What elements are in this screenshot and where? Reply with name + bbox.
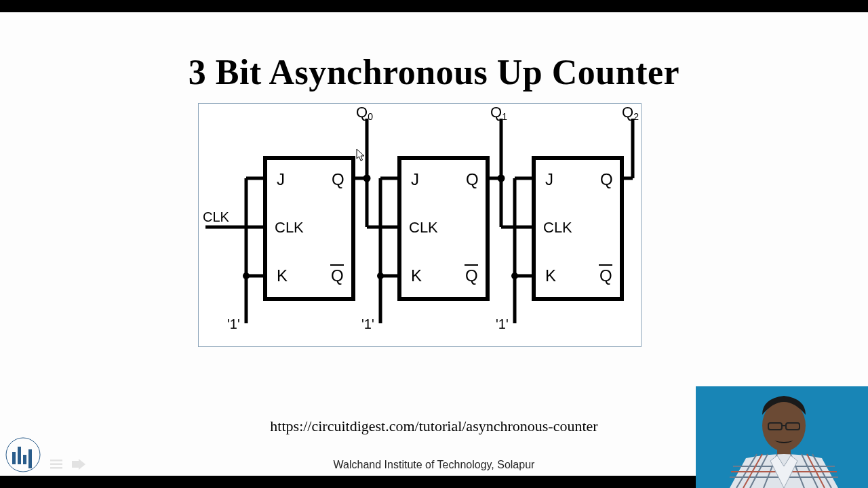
one-label-0: '1': [227, 317, 240, 331]
svg-rect-32: [23, 455, 26, 464]
slide-nav: [50, 459, 85, 470]
svg-rect-36: [50, 467, 62, 469]
svg-rect-35: [50, 464, 62, 466]
ff0-clk-label: CLK: [275, 219, 304, 236]
output-q1: Q1: [490, 104, 507, 122]
slide-title: 3 Bit Asynchronous Up Counter: [0, 52, 868, 92]
ff0-j-label: J: [277, 170, 285, 188]
ff2-k-label: K: [545, 266, 556, 285]
ff0-k-label: K: [277, 266, 288, 285]
output-q2: Q2: [622, 104, 639, 122]
ff1-qbar-label: Q: [465, 266, 478, 285]
ff1-clk-label: CLK: [409, 219, 438, 236]
svg-rect-30: [12, 452, 16, 464]
counter-diagram: J Q CLK K Q J Q CLK K Q J Q CLK K Q CLK …: [199, 104, 641, 346]
ff0-qbar-label: Q: [331, 266, 344, 285]
ff2-q-label: Q: [600, 170, 613, 188]
svg-point-23: [243, 272, 250, 279]
ff2-clk-label: CLK: [543, 219, 572, 236]
svg-point-25: [511, 272, 518, 279]
svg-rect-33: [28, 449, 32, 468]
next-icon[interactable]: [72, 459, 85, 470]
ff0-q-label: Q: [332, 170, 344, 188]
ff1-j-label: J: [411, 170, 419, 188]
one-label-2: '1': [496, 317, 509, 331]
ff2-j-label: J: [545, 170, 553, 188]
svg-rect-31: [18, 447, 21, 464]
one-label-1: '1': [361, 317, 374, 331]
svg-point-24: [377, 272, 384, 279]
ff2-qbar-label: Q: [599, 266, 612, 285]
ff1-k-label: K: [411, 266, 422, 285]
institute-logo: [5, 437, 41, 472]
mouse-cursor-icon: [356, 148, 366, 162]
ff1-q-label: Q: [466, 170, 479, 188]
clk-input-label: CLK: [203, 209, 230, 224]
output-q0: Q0: [356, 104, 373, 122]
presenter-webcam: [696, 386, 868, 488]
diagram-frame: J Q CLK K Q J Q CLK K Q J Q CLK K Q CLK …: [198, 103, 642, 347]
menu-icon[interactable]: [50, 459, 62, 470]
svg-rect-34: [50, 460, 62, 462]
